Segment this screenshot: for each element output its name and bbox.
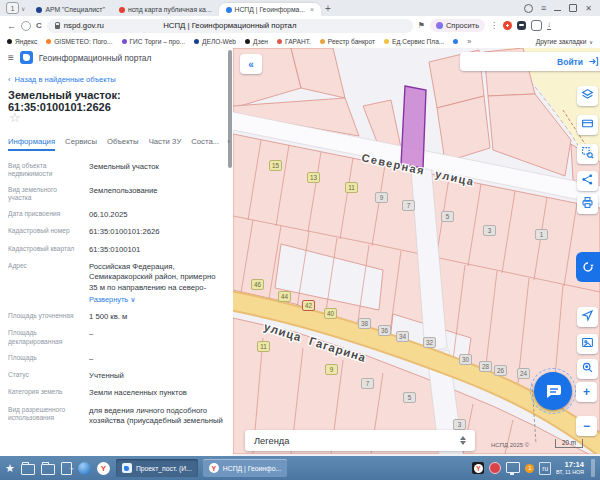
house-number-badge[interactable]: 9	[325, 364, 338, 375]
panel-tab-3[interactable]: Части ЗУ	[149, 137, 182, 151]
display-tray-icon[interactable]	[506, 462, 520, 473]
house-number-badge[interactable]: 11	[345, 182, 358, 193]
house-number-badge[interactable]: 3	[453, 419, 466, 430]
ask-button[interactable]: Спросить	[430, 19, 485, 32]
side-panel-expand-button[interactable]	[576, 252, 600, 282]
bookmark-item-4[interactable]: ДЕЛО-Web	[194, 38, 236, 45]
panel-tab-4[interactable]: Соста...	[191, 137, 219, 151]
browser-tab-2[interactable]: НСПД | Геоинформа...×	[219, 3, 322, 16]
show-desktop-strip[interactable]	[591, 459, 595, 477]
house-number-badge[interactable]: 3	[483, 225, 496, 236]
house-number-badge[interactable]: 1	[535, 229, 548, 240]
login-button[interactable]: Войти	[460, 52, 600, 71]
taskbar-task-1[interactable]: YНСПД | Геоинфо...	[203, 459, 287, 477]
object-search-button[interactable]	[577, 359, 598, 379]
bookmark-item-0[interactable]: Яндекс	[7, 38, 37, 45]
zoom-in-button[interactable]: +	[576, 382, 597, 402]
notification-tray-icon[interactable]: 1	[525, 464, 534, 473]
forward-icon[interactable]	[21, 21, 31, 31]
panel-tab-0[interactable]: Информация	[8, 137, 55, 151]
keyboard-layout-indicator[interactable]: ru	[539, 462, 551, 475]
bookmark-item-6[interactable]: ГАРАНТ.	[277, 38, 311, 45]
house-number-badge[interactable]: 15	[269, 160, 282, 171]
hamburger-menu-icon[interactable]: ≡	[8, 52, 14, 63]
house-number-badge[interactable]: 7	[361, 378, 374, 389]
minimize-button[interactable]	[554, 5, 561, 11]
house-number-badge[interactable]: 46	[251, 279, 264, 290]
house-number-badge[interactable]: 42	[302, 300, 315, 311]
bookmark-item-5[interactable]: Дзен	[245, 38, 268, 45]
house-number-badge[interactable]: 9	[375, 192, 388, 203]
new-tab-button[interactable]: +	[325, 3, 331, 14]
house-number-badge[interactable]: 30	[459, 354, 472, 365]
favorite-star-icon[interactable]: ☆	[9, 110, 21, 125]
tab-group-counter[interactable]: 1 ∨	[6, 2, 25, 14]
house-number-badge[interactable]: 5	[403, 392, 416, 403]
extension-chat-icon[interactable]	[517, 21, 526, 30]
close-button[interactable]: ✕	[585, 4, 592, 13]
back-to-results-link[interactable]: ‹ Назад в найденные объекты	[8, 75, 116, 84]
bookmark-item-3[interactable]: ГИС Торги – про...	[122, 38, 186, 45]
taskbar-task-0[interactable]: Проект_пост. (И...	[116, 459, 198, 477]
geolocate-button[interactable]	[577, 307, 598, 327]
house-number-badge[interactable]: 36	[378, 325, 391, 336]
house-number-badge[interactable]: 24	[517, 368, 530, 379]
folder-icon[interactable]	[21, 464, 35, 475]
panel-collapse-button[interactable]: «	[240, 54, 262, 74]
panel-tab-1[interactable]: Сервисы	[65, 137, 97, 151]
browser-launcher-icon[interactable]	[78, 462, 91, 475]
selected-parcel[interactable]	[401, 86, 426, 168]
bookmark-item-7[interactable]: Реестр банкрот	[320, 38, 375, 45]
maximize-button[interactable]	[569, 4, 577, 12]
taskbar-clock[interactable]: 17:14 ВТ, 11 НОЯ	[556, 461, 584, 476]
folder-icon-2[interactable]	[41, 464, 55, 475]
tab-close-icon[interactable]: ×	[310, 6, 314, 13]
yandex-launcher-icon[interactable]: Y	[97, 462, 110, 475]
house-number-badge[interactable]: 28	[479, 361, 492, 372]
reload-icon[interactable]: C	[36, 21, 42, 30]
house-number-badge[interactable]: 26	[494, 365, 507, 376]
layers-button[interactable]	[577, 86, 598, 106]
house-number-badge[interactable]: 32	[423, 337, 436, 348]
bookmark-item-8[interactable]: Ед.Сервис Пла...	[384, 38, 444, 45]
area-search-button[interactable]	[577, 144, 598, 164]
back-icon[interactable]: ←	[7, 21, 16, 31]
profile-icon[interactable]	[524, 4, 533, 13]
browser-menu-icon[interactable]: ≡	[541, 3, 546, 13]
extension-flower-icon[interactable]	[503, 21, 512, 30]
house-number-badge[interactable]: 44	[278, 291, 291, 302]
map-canvas[interactable]: Северная улица улица Гагарина 1513119753…	[233, 48, 600, 456]
other-bookmarks-button[interactable]: Другие закладки ∨	[536, 38, 593, 45]
house-number-badge[interactable]: 13	[307, 172, 320, 183]
antivirus-tray-icon[interactable]	[489, 462, 501, 474]
tabs-scroll-right-icon[interactable]: ›	[227, 137, 230, 146]
bookmarks-overflow-icon[interactable]: »	[467, 38, 471, 45]
panel-tab-2[interactable]: Объекты	[107, 137, 139, 151]
extension-outline-icon[interactable]	[531, 20, 542, 31]
bookmark-item-9[interactable]	[453, 39, 458, 44]
browser-tab-1[interactable]: нспд карта публичная ка...	[112, 3, 219, 16]
bookmark-flag-icon[interactable]: ⚑	[418, 21, 425, 30]
panel-scrollbar[interactable]	[228, 50, 232, 168]
url-field[interactable]: nspd.gov.ru НСПД | Геоинформационный пор…	[47, 19, 413, 33]
house-number-badge[interactable]: 38	[358, 318, 371, 329]
house-number-badge[interactable]: 5	[441, 211, 454, 222]
house-number-badge[interactable]: 7	[402, 200, 415, 211]
zoom-out-button[interactable]: −	[576, 416, 597, 436]
more-options-icon[interactable]: ⋮	[490, 21, 498, 30]
print-button[interactable]	[577, 194, 598, 214]
house-number-badge[interactable]: 34	[396, 331, 409, 342]
downloads-icon[interactable]: ↓	[547, 21, 551, 30]
house-number-badge[interactable]: 40	[324, 308, 337, 319]
share-button[interactable]	[577, 171, 598, 191]
browser-tab-0[interactable]: АРМ "Специалист"	[29, 3, 111, 16]
bookmark-item-2[interactable]: GISMETEO: Пого...	[46, 38, 112, 45]
legend-toggle[interactable]: Легенда	[245, 430, 475, 451]
extent-card-button[interactable]	[577, 115, 598, 135]
logout-icon[interactable]	[61, 462, 72, 475]
support-chat-button[interactable]	[534, 372, 572, 410]
yandex-tray-icon[interactable]: Y	[472, 462, 484, 474]
screenshot-button[interactable]	[577, 334, 598, 354]
start-menu-icon[interactable]: ★	[5, 462, 15, 475]
expand-address-link[interactable]: Развернуть ∨	[89, 295, 223, 305]
